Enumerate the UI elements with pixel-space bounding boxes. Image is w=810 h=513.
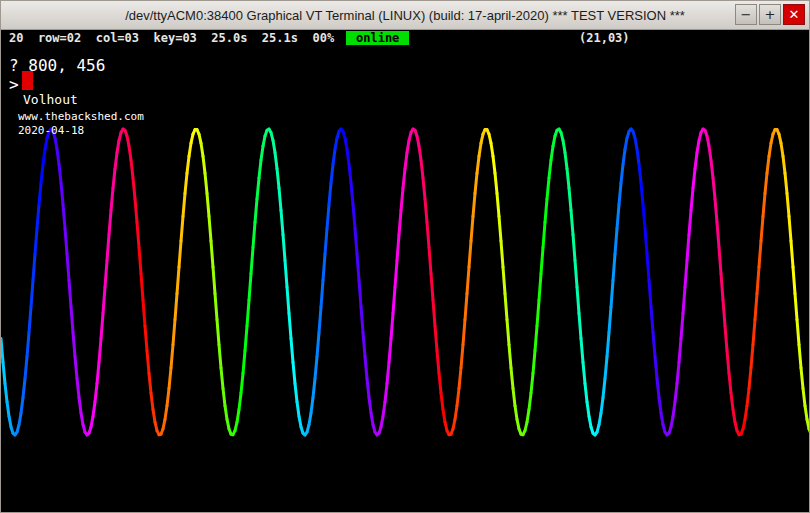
- window-controls: − + ✕: [735, 4, 805, 25]
- maximize-button[interactable]: +: [759, 4, 781, 25]
- terminal-window: /dev/ttyACM0:38400 Graphical VT Terminal…: [0, 0, 810, 513]
- window-title: /dev/ttyACM0:38400 Graphical VT Terminal…: [1, 8, 809, 23]
- text-cursor: [22, 71, 33, 90]
- url-line: www.thebackshed.com: [18, 110, 144, 123]
- close-button[interactable]: ✕: [783, 4, 805, 25]
- date-line: 2020-04-18: [18, 124, 84, 137]
- status-bar: 20 row=02 col=03 key=03 25.0s 25.1s 00% …: [1, 30, 809, 48]
- status-left-text: 20 row=02 col=03 key=03 25.0s 25.1s 00%: [9, 31, 334, 45]
- prompt: >: [9, 75, 19, 94]
- author-line: Volhout: [23, 92, 78, 107]
- minimize-button[interactable]: −: [735, 4, 757, 25]
- terminal-screen[interactable]: ? 800, 456 > Volhout www.thebackshed.com…: [1, 48, 809, 512]
- cursor-position-indicator: (21,03): [579, 31, 630, 45]
- window-titlebar[interactable]: /dev/ttyACM0:38400 Graphical VT Terminal…: [1, 1, 809, 30]
- online-status-badge: online: [346, 31, 409, 45]
